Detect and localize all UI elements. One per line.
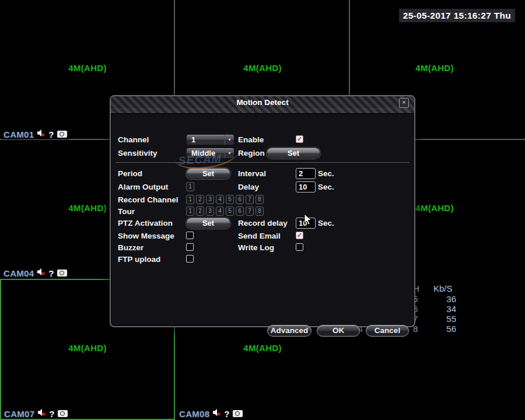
motion-detect-dialog: Motion Detect × Channel 1 ▼ Enable ✓ Sen… (110, 95, 415, 327)
mouse-cursor (304, 214, 313, 228)
alarm-output-chip[interactable]: 1 (186, 182, 194, 191)
tour-chip-1[interactable]: 1 (186, 206, 194, 216)
dialog-title: Motion Detect (111, 96, 414, 109)
camera-name: CAM04 (4, 268, 34, 278)
record-channel-chip-6[interactable]: 6 (236, 195, 244, 204)
bitrate-header-kbs: Kb/S (433, 284, 453, 293)
speaker-muted-icon[interactable] (37, 268, 46, 278)
ptz-activation-label: PTZ Activation (118, 219, 173, 228)
record-delay-label: Record delay (238, 219, 288, 228)
tour-chip-4[interactable]: 4 (216, 206, 224, 216)
bitrate-kbs: 56 (430, 324, 456, 334)
tour-chip-8[interactable]: 8 (256, 206, 264, 216)
question-icon: ? (48, 130, 54, 139)
alarm-output-label: Alarm Output (118, 183, 168, 191)
show-message-label: Show Message (118, 232, 174, 240)
signal-label-pane8: 4M(AHD) (236, 343, 289, 353)
tour-chip-5[interactable]: 5 (226, 206, 234, 216)
record-channel-chip-2[interactable]: 2 (196, 195, 204, 204)
period-set-button[interactable]: Set (186, 168, 230, 179)
record-channel-chip-5[interactable]: 5 (226, 195, 234, 204)
advanced-button[interactable]: Advanced (267, 325, 312, 337)
channel-value: 1 (191, 135, 195, 144)
camera-icon[interactable] (58, 410, 68, 417)
delay-input[interactable] (296, 181, 316, 192)
signal-label-pane1: 4M(AHD) (61, 63, 114, 73)
camera-icon-lens (60, 271, 64, 275)
channel-label: Channel (118, 135, 149, 144)
speaker-muted-icon[interactable] (212, 408, 221, 419)
camera-icon[interactable] (57, 270, 67, 276)
camera-bar-cam04: CAM04 ? (1, 268, 69, 278)
camera-icon-lens (235, 411, 240, 416)
camera-bar-cam08: CAM08 ? (177, 408, 245, 419)
signal-label-pane2: 4M(AHD) (236, 63, 289, 73)
camera-icon[interactable] (57, 131, 67, 138)
camera-name: CAM08 (179, 409, 209, 419)
speaker-muted-icon[interactable] (37, 129, 46, 139)
ftp-upload-label: FTP upload (118, 255, 160, 264)
buzzer-label: Buzzer (118, 243, 144, 252)
record-channel-chip-4[interactable]: 4 (216, 195, 224, 204)
camera-name: CAM07 (4, 409, 34, 419)
tour-chip-2[interactable]: 2 (196, 206, 204, 216)
region-set-button[interactable]: Set (267, 148, 320, 159)
close-icon[interactable]: × (399, 98, 409, 108)
record-channel-chips: 1 2 3 4 5 6 7 8 (186, 195, 264, 204)
chevron-down-icon: ▼ (225, 135, 234, 145)
record-channel-chip-3[interactable]: 3 (206, 195, 214, 204)
camera-icon[interactable] (233, 410, 243, 417)
camera-name: CAM01 (4, 130, 34, 139)
signal-label-pane7: 4M(AHD) (61, 343, 114, 353)
interval-label: Interval (238, 169, 266, 178)
signal-label-pane4: 4M(AHD) (61, 203, 114, 213)
speaker-muted-icon[interactable] (37, 408, 46, 419)
question-icon: ? (49, 409, 54, 419)
bitrate-kbs: 55 (430, 314, 456, 324)
cancel-button[interactable]: Cancel (366, 325, 409, 337)
ftp-upload-checkbox[interactable] (186, 255, 194, 262)
period-label: Period (118, 169, 142, 178)
ok-button[interactable]: OK (317, 325, 360, 337)
tour-chips: 1 2 3 4 5 6 7 8 (186, 206, 264, 216)
dvr-screen: 25-05-2017 15:16:27 Thu 4M(AHD) 4M(AHD) … (0, 0, 525, 420)
interval-unit: Sec. (318, 169, 334, 178)
send-email-label: Send Email (238, 232, 281, 240)
record-delay-unit: Sec. (318, 219, 334, 228)
question-icon: ? (224, 409, 229, 419)
bitrate-kbs: 34 (430, 304, 456, 314)
tour-chip-6[interactable]: 6 (236, 206, 244, 216)
dialog-titlebar[interactable]: Motion Detect × (111, 96, 414, 114)
region-label: Region (238, 149, 265, 158)
tour-chip-7[interactable]: 7 (246, 206, 254, 216)
signal-label-pane3: 4M(AHD) (408, 63, 461, 73)
watermark: SECAM (178, 152, 222, 167)
record-channel-chip-7[interactable]: 7 (246, 195, 254, 204)
section-divider (116, 162, 410, 163)
enable-checkbox[interactable]: ✓ (296, 135, 303, 143)
ptz-set-button[interactable]: Set (186, 218, 230, 229)
camera-bar-cam01: CAM01 ? (1, 129, 69, 139)
camera-icon-lens (60, 132, 64, 136)
record-channel-chip-8[interactable]: 8 (256, 195, 264, 204)
timestamp: 25-05-2017 15:16:27 Thu (399, 9, 515, 22)
interval-input[interactable] (296, 168, 316, 179)
record-channel-chip-1[interactable]: 1 (186, 195, 194, 204)
write-log-label: Write Log (238, 243, 274, 252)
channel-dropdown[interactable]: 1 ▼ (186, 134, 235, 145)
delay-label: Delay (238, 183, 259, 191)
question-icon: ? (48, 268, 54, 278)
camera-icon-lens (60, 411, 65, 416)
tour-label: Tour (118, 207, 135, 216)
sensitivity-label: Sensitivity (118, 149, 158, 158)
bitrate-kbs: 36 (430, 294, 456, 304)
buzzer-checkbox[interactable] (186, 243, 194, 251)
send-email-checkbox[interactable]: ✓ (296, 232, 303, 239)
tour-chip-3[interactable]: 3 (206, 206, 214, 216)
show-message-checkbox[interactable] (186, 232, 194, 239)
signal-label-pane6: 4M(AHD) (408, 203, 461, 213)
enable-label: Enable (238, 135, 264, 144)
camera-bar-cam07: CAM07 ? (2, 408, 70, 419)
write-log-checkbox[interactable] (296, 243, 303, 251)
delay-unit: Sec. (318, 183, 334, 191)
